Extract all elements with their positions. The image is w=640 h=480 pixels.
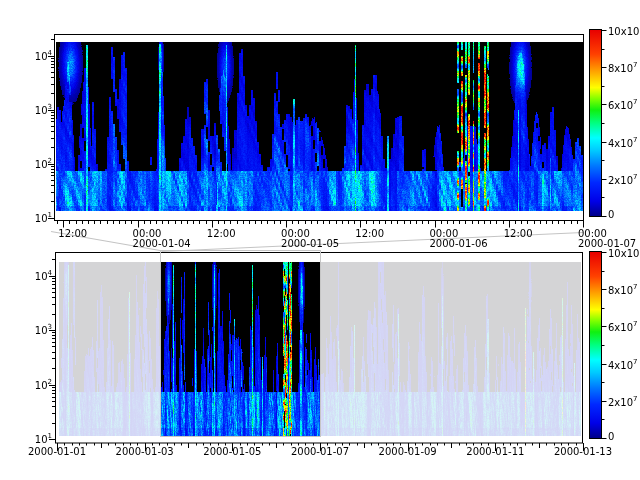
colorbar-tick-label: 4x107 [608,136,637,149]
top-plot-area[interactable] [54,34,583,220]
bottom-x-tick-label: 2000-01-09 [373,447,443,457]
bottom-panel-y-tick-label: 102 [28,378,52,391]
top-colorbar [589,29,602,217]
x-tick-time-label: 12:00 [207,229,236,239]
tplot-figure: 12:0000:002000-01-0412:0000:002000-01-05… [0,0,640,480]
colorbar-tick-label: 8x107 [608,61,637,74]
top-panel-y-tick-label: 104 [28,49,52,62]
colorbar-tick-label: 10x107 [608,24,640,37]
bottom-x-tick-label: 2000-01-07 [285,447,355,457]
bottom-panel-y-tick-label: 103 [28,323,52,336]
top-panel-y-tick-label: 102 [28,157,52,170]
x-tick-time-label: 00:00 [578,229,607,239]
colorbar-tick-label: 10x107 [608,246,640,259]
bottom-x-tick-label: 2000-01-03 [110,447,180,457]
colorbar-tick-label: 8x107 [608,283,637,296]
colorbar-tick-label: 0 [608,432,614,442]
x-tick-time-label: 12:00 [58,229,87,239]
x-tick-time-label: 12:00 [355,229,384,239]
bottom-panel-y-tick-label: 101 [28,432,52,445]
x-tick-date-label: 2000-01-04 [133,239,191,249]
x-tick-date-label: 2000-01-06 [430,239,488,249]
time-selection-box[interactable] [160,250,321,437]
colorbar-tick-label: 0 [608,210,614,220]
bottom-x-tick-label: 2000-01-05 [197,447,267,457]
colorbar-tick-label: 2x107 [608,395,637,408]
colorbar-tick-label: 6x107 [608,320,637,333]
top-panel-y-tick-label: 103 [28,103,52,116]
x-tick-time-label: 00:00 [430,229,459,239]
colorbar-tick-label: 2x107 [608,173,637,186]
x-tick-time-label: 12:00 [504,229,533,239]
bottom-x-tick-label: 2000-01-13 [548,447,618,457]
bottom-panel-y-tick-label: 104 [28,269,52,282]
bottom-x-tick-label: 2000-01-11 [460,447,530,457]
x-tick-time-label: 00:00 [133,229,162,239]
x-tick-time-label: 00:00 [281,229,310,239]
colorbar-tick-label: 6x107 [608,98,637,111]
bottom-x-tick-label: 2000-01-01 [22,447,92,457]
bottom-colorbar [589,251,602,439]
colorbar-tick-label: 4x107 [608,358,637,371]
x-tick-date-label: 2000-01-05 [281,239,339,249]
top-panel-y-tick-label: 101 [28,211,52,224]
